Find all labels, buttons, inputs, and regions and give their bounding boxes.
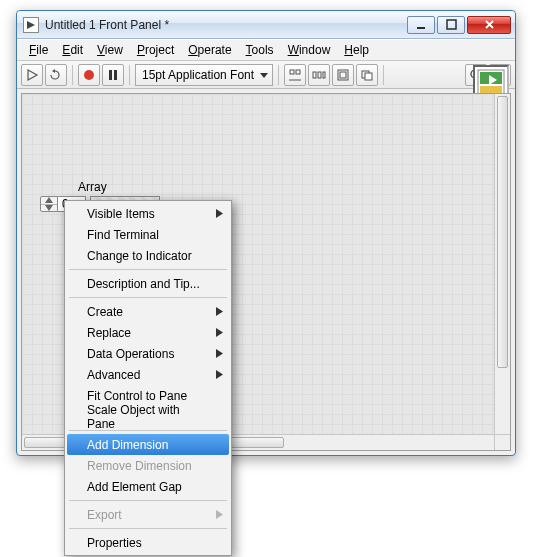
svg-rect-2 bbox=[447, 20, 456, 29]
ctx-item-label: Visible Items bbox=[87, 207, 155, 221]
ctx-item-label: Find Terminal bbox=[87, 228, 159, 242]
context-menu-separator bbox=[69, 500, 227, 501]
svg-marker-25 bbox=[45, 197, 53, 203]
ctx-item-find-terminal[interactable]: Find Terminal bbox=[67, 224, 229, 245]
spinner-up-icon[interactable] bbox=[41, 197, 57, 205]
minimize-button[interactable] bbox=[407, 16, 435, 34]
ctx-item-add-element-gap[interactable]: Add Element Gap bbox=[67, 476, 229, 497]
vertical-scrollbar[interactable] bbox=[494, 94, 510, 434]
ctx-item-replace[interactable]: Replace bbox=[67, 322, 229, 343]
pause-button[interactable] bbox=[102, 64, 124, 86]
ctx-item-label: Fit Control to Pane bbox=[87, 389, 187, 403]
ctx-item-visible-items[interactable]: Visible Items bbox=[67, 203, 229, 224]
reorder-button[interactable] bbox=[356, 64, 378, 86]
svg-rect-17 bbox=[365, 73, 372, 80]
resize-button[interactable] bbox=[332, 64, 354, 86]
svg-marker-30 bbox=[216, 349, 223, 358]
menu-tools[interactable]: Tools bbox=[240, 41, 280, 59]
svg-marker-32 bbox=[216, 510, 223, 519]
menu-edit[interactable]: Edit bbox=[56, 41, 89, 59]
svg-rect-11 bbox=[313, 72, 316, 78]
submenu-arrow-icon bbox=[216, 305, 223, 319]
svg-marker-29 bbox=[216, 328, 223, 337]
context-menu-separator bbox=[69, 528, 227, 529]
svg-point-4 bbox=[84, 70, 94, 80]
svg-marker-26 bbox=[45, 205, 53, 211]
svg-marker-28 bbox=[216, 307, 223, 316]
menu-help[interactable]: Help bbox=[338, 41, 375, 59]
svg-rect-5 bbox=[109, 70, 112, 80]
array-label[interactable]: Array bbox=[78, 180, 107, 194]
submenu-arrow-icon bbox=[216, 207, 223, 221]
ctx-item-properties[interactable]: Properties bbox=[67, 532, 229, 553]
toolbar: 15pt Application Font ? bbox=[17, 61, 515, 89]
menu-window[interactable]: Window bbox=[282, 41, 337, 59]
ctx-item-label: Properties bbox=[87, 536, 142, 550]
ctx-item-export: Export bbox=[67, 504, 229, 525]
titlebar[interactable]: Untitled 1 Front Panel * bbox=[17, 11, 515, 39]
submenu-arrow-icon bbox=[216, 347, 223, 361]
ctx-item-change-to-indicator[interactable]: Change to Indicator bbox=[67, 245, 229, 266]
spinner-down-icon[interactable] bbox=[41, 205, 57, 212]
ctx-item-label: Create bbox=[87, 305, 123, 319]
run-continuous-button[interactable] bbox=[45, 64, 67, 86]
align-button[interactable] bbox=[284, 64, 306, 86]
submenu-arrow-icon bbox=[216, 368, 223, 382]
svg-marker-0 bbox=[27, 21, 35, 29]
vertical-scrollbar-thumb[interactable] bbox=[497, 96, 508, 368]
abort-button[interactable] bbox=[78, 64, 100, 86]
svg-rect-6 bbox=[114, 70, 117, 80]
submenu-arrow-icon bbox=[216, 326, 223, 340]
chevron-down-icon bbox=[258, 69, 270, 81]
ctx-item-description-and-tip[interactable]: Description and Tip... bbox=[67, 273, 229, 294]
svg-rect-12 bbox=[318, 72, 321, 78]
distribute-button[interactable] bbox=[308, 64, 330, 86]
menubar: File Edit View Project Operate Tools Win… bbox=[17, 39, 515, 61]
menu-file[interactable]: File bbox=[23, 41, 54, 59]
menu-operate[interactable]: Operate bbox=[182, 41, 237, 59]
ctx-item-label: Description and Tip... bbox=[87, 277, 200, 291]
svg-rect-1 bbox=[417, 27, 425, 29]
ctx-item-label: Add Dimension bbox=[87, 438, 168, 452]
close-button[interactable] bbox=[467, 16, 511, 34]
menu-view[interactable]: View bbox=[91, 41, 129, 59]
ctx-item-label: Scale Object with Pane bbox=[87, 403, 209, 431]
ctx-item-create[interactable]: Create bbox=[67, 301, 229, 322]
ctx-item-advanced[interactable]: Advanced bbox=[67, 364, 229, 385]
ctx-item-add-dimension[interactable]: Add Dimension bbox=[67, 434, 229, 455]
font-selector[interactable]: 15pt Application Font bbox=[135, 64, 273, 86]
svg-marker-3 bbox=[52, 69, 55, 73]
ctx-item-label: Data Operations bbox=[87, 347, 174, 361]
ctx-item-label: Export bbox=[87, 508, 122, 522]
context-menu-separator bbox=[69, 297, 227, 298]
menu-project[interactable]: Project bbox=[131, 41, 180, 59]
window-title: Untitled 1 Front Panel * bbox=[45, 18, 407, 32]
ctx-item-label: Change to Indicator bbox=[87, 249, 192, 263]
svg-marker-31 bbox=[216, 370, 223, 379]
array-index-spinner[interactable] bbox=[40, 196, 58, 212]
app-icon bbox=[23, 17, 39, 33]
ctx-item-scale-object-with-pane[interactable]: Scale Object with Pane bbox=[67, 406, 229, 427]
svg-rect-9 bbox=[296, 70, 300, 74]
svg-marker-7 bbox=[260, 73, 268, 78]
context-menu: Visible ItemsFind TerminalChange to Indi… bbox=[64, 200, 232, 556]
svg-rect-15 bbox=[340, 72, 346, 78]
run-button[interactable] bbox=[21, 64, 43, 86]
ctx-item-remove-dimension: Remove Dimension bbox=[67, 455, 229, 476]
maximize-button[interactable] bbox=[437, 16, 465, 34]
submenu-arrow-icon bbox=[216, 508, 223, 522]
context-menu-separator bbox=[69, 269, 227, 270]
font-label: 15pt Application Font bbox=[142, 68, 254, 82]
svg-rect-8 bbox=[290, 70, 294, 74]
ctx-item-label: Remove Dimension bbox=[87, 459, 192, 473]
ctx-item-label: Add Element Gap bbox=[87, 480, 182, 494]
ctx-item-label: Advanced bbox=[87, 368, 140, 382]
svg-marker-27 bbox=[216, 209, 223, 218]
ctx-item-label: Replace bbox=[87, 326, 131, 340]
svg-rect-13 bbox=[323, 72, 325, 78]
scrollbar-corner bbox=[494, 434, 510, 450]
ctx-item-data-operations[interactable]: Data Operations bbox=[67, 343, 229, 364]
